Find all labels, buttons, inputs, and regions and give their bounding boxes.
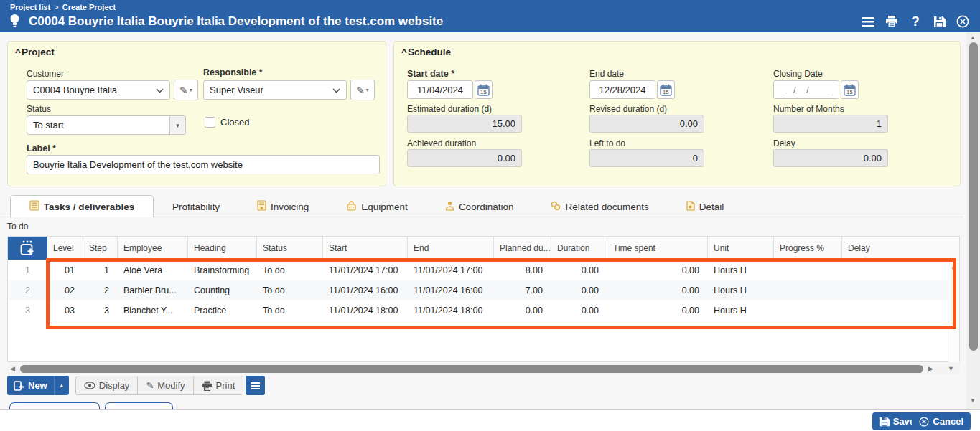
menu-icon[interactable] [861, 14, 875, 29]
col-duration[interactable]: Duration [551, 237, 607, 260]
coordination-icon [445, 201, 454, 213]
breadcrumb: Project list>Create Project [10, 3, 116, 11]
tab-profitability[interactable]: Profitability [154, 196, 238, 217]
breadcrumb-project-list[interactable]: Project list [10, 3, 50, 11]
tab-invoicing[interactable]: Invoicing [238, 196, 327, 217]
col-planned-duration[interactable]: Planned du... [494, 237, 551, 260]
label-input[interactable] [27, 155, 380, 174]
project-panel-title[interactable]: ^Project [15, 47, 55, 57]
table-caption: To do [7, 222, 28, 232]
new-button[interactable]: New ▴ [7, 376, 69, 395]
delay-field: 0.00 [773, 149, 888, 167]
start-date-calendar-button[interactable]: 15 [475, 80, 493, 99]
col-heading[interactable]: Heading [188, 237, 257, 260]
tab-coordination[interactable]: Coordination [426, 196, 533, 217]
col-status[interactable]: Status [257, 237, 323, 260]
pencil-icon: ✎ [146, 380, 154, 391]
col-step[interactable]: Step [83, 237, 118, 260]
col-progress[interactable]: Progress % [774, 237, 842, 260]
closed-checkbox[interactable]: Closed [205, 117, 249, 128]
left-to-do-field: 0 [589, 149, 704, 167]
scroll-up-icon[interactable]: ▲ [970, 34, 976, 41]
lightbulb-icon [9, 14, 20, 32]
table-horizontal-scrollbar[interactable]: ◀ ▶ ▼ [7, 363, 960, 374]
closing-date-calendar-button[interactable]: 15 [841, 80, 859, 99]
collapse-caret-icon: ^ [401, 47, 407, 57]
tab-detail[interactable]: Detail [668, 196, 743, 217]
scroll-down-icon[interactable]: ▼ [948, 365, 954, 372]
col-employee[interactable]: Employee [118, 237, 188, 260]
print-icon[interactable] [885, 14, 899, 29]
col-unit[interactable]: Unit [708, 237, 774, 260]
label-field-label: Label * [27, 143, 56, 153]
col-time-spent[interactable]: Time spent [607, 237, 708, 260]
project-panel: ^Project Customer C0004 Bouyrie Italia ✎… [7, 41, 386, 186]
save-icon [879, 417, 890, 427]
print-button[interactable]: Print [194, 376, 243, 394]
add-task-button[interactable] [8, 237, 47, 260]
table-row[interactable]: 3 03 3 Blanchet Y... Practice To do 11/0… [8, 300, 959, 321]
left-to-do-label: Left to do [589, 138, 625, 148]
new-dropdown-caret[interactable]: ▴ [54, 376, 69, 395]
customer-label: Customer [27, 69, 64, 79]
table-row[interactable]: 2 02 2 Barbier Bru... Counting To do 11/… [8, 280, 959, 300]
printer-icon [202, 381, 213, 391]
achieved-duration-field: 0.00 [407, 149, 522, 167]
modify-button[interactable]: ✎ Modify [138, 376, 193, 394]
col-start[interactable]: Start [323, 237, 408, 260]
close-icon[interactable] [956, 14, 970, 29]
status-dropdown-button[interactable]: ▾ [169, 115, 186, 135]
end-date-input[interactable] [589, 80, 655, 99]
tab-label: Invoicing [271, 202, 309, 212]
schedule-panel-title[interactable]: ^Schedule [401, 47, 451, 57]
closing-date-label: Closing Date [773, 69, 823, 79]
closing-date-input[interactable] [773, 80, 839, 99]
status-select[interactable]: To start [27, 115, 170, 135]
col-end[interactable]: End [408, 237, 494, 260]
end-date-calendar-button[interactable]: 15 [657, 80, 675, 99]
scroll-left-icon[interactable]: ◀ [10, 365, 15, 372]
tab-equipment[interactable]: Equipment [327, 196, 426, 217]
horizontal-scroll-thumb[interactable] [20, 365, 923, 373]
col-level[interactable]: Level [47, 237, 83, 260]
table-row[interactable]: 1 01 1 Aloé Vera Brainstorming To do 11/… [8, 260, 959, 280]
cancel-button[interactable]: Cancel [912, 412, 971, 430]
number-of-months-label: Number of Months [773, 104, 844, 114]
estimated-duration-label: Estimated duration (d) [407, 104, 492, 114]
page-vertical-scrollbar[interactable]: ▲ ▼ [966, 32, 980, 409]
scroll-right-icon[interactable]: ▶ [928, 365, 933, 372]
customer-select[interactable]: C0004 Bouyrie Italia [27, 80, 170, 100]
customer-edit-button[interactable]: ✎▾ [174, 80, 198, 100]
responsible-edit-button[interactable]: ✎▾ [350, 80, 375, 100]
help-icon[interactable]: ? [908, 14, 923, 29]
tab-label: Equipment [361, 202, 408, 212]
tab-tasks-deliverables[interactable]: Tasks / deliverables [10, 195, 154, 217]
responsible-label: Responsible * [203, 67, 263, 77]
display-button[interactable]: Display [76, 376, 139, 394]
status-label: Status [27, 104, 51, 114]
breadcrumb-create-project[interactable]: Create Project [62, 3, 116, 11]
page-title: C0004 Bouyrie Italia Bouyrie Italia Deve… [29, 14, 443, 29]
start-date-input[interactable] [407, 80, 473, 99]
table-vertical-scrollbar[interactable]: ▲ [948, 260, 959, 362]
svg-text:15: 15 [480, 88, 486, 95]
detail-icon [686, 201, 695, 213]
footer-bar: Save Cancel [0, 409, 980, 431]
tasks-table: Level Step Employee Heading Status Start… [7, 236, 960, 362]
app-window: Project list>Create Project C0004 Bouyri… [0, 0, 980, 431]
tab-related-documents[interactable]: Related documents [532, 196, 667, 217]
achieved-duration-label: Achieved duration [407, 138, 476, 148]
col-delay[interactable]: Delay [842, 237, 948, 260]
new-doc-icon [14, 381, 24, 391]
responsible-select[interactable]: Super Viseur [203, 80, 347, 100]
more-actions-button[interactable] [246, 376, 265, 395]
save-icon[interactable] [932, 14, 946, 29]
modify-button-label: Modify [157, 380, 185, 391]
toolbar-button-group: Display ✎ Modify Print [75, 376, 244, 395]
vertical-scroll-thumb[interactable] [969, 42, 978, 351]
tab-label: Tasks / deliverables [44, 202, 135, 212]
scroll-up-icon[interactable]: ▲ [951, 264, 956, 270]
scroll-down-icon[interactable]: ▼ [970, 397, 976, 404]
collapse-caret-icon: ^ [15, 47, 21, 57]
delay-label: Delay [773, 138, 795, 148]
